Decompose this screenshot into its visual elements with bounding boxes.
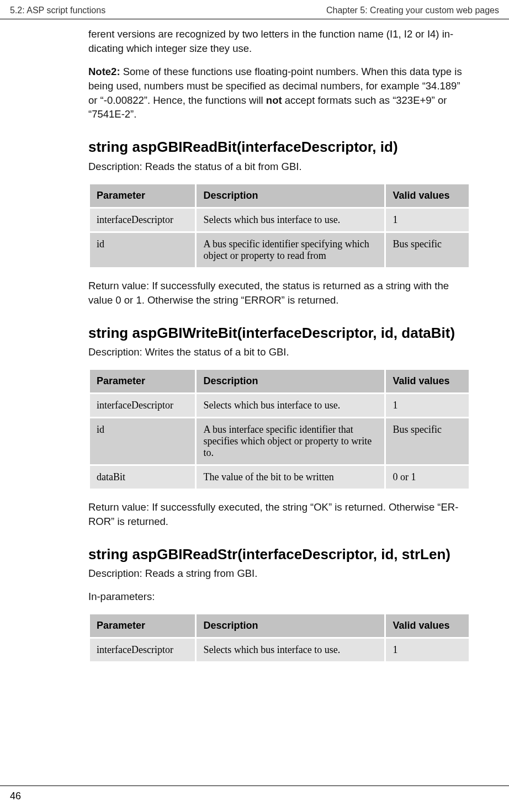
th-param: Parameter <box>90 184 195 207</box>
cell-valid: 1 <box>386 209 469 231</box>
header-right: Chapter 5: Creating your custom web page… <box>326 6 499 15</box>
intro-p1: ferent versions are recognized by two le… <box>88 27 470 56</box>
cell-param: interfaceDescriptor <box>90 209 195 231</box>
page-header: 5.2: ASP script functions Chapter 5: Cre… <box>0 0 509 19</box>
th-valid: Valid val­ues <box>386 184 469 207</box>
cell-desc: A bus interface specific identifier that… <box>197 418 384 464</box>
cell-valid: 1 <box>386 639 469 661</box>
func3-desc: Description: Reads a string from GBI. <box>88 566 470 581</box>
cell-param: id <box>90 418 195 464</box>
table-header-row: Parameter Description Valid val­ues <box>90 184 469 207</box>
table-row: interfaceDescriptor Selects which bus in… <box>90 639 469 661</box>
func3-table: Parameter Description Valid val­ues inte… <box>88 613 470 663</box>
cell-param: interfaceDescriptor <box>90 394 195 417</box>
note2-label: Note2: <box>88 66 120 77</box>
th-desc: Description <box>197 370 384 392</box>
func2-table: Parameter Description Valid val­ues inte… <box>88 368 470 490</box>
table-header-row: Parameter Description Valid val­ues <box>90 370 469 392</box>
th-desc: Description <box>197 614 384 637</box>
func3-title: string aspGBIReadStr(interfaceDescriptor… <box>88 545 470 564</box>
page-number: 46 <box>10 790 21 802</box>
func3-inparams: In-parameters: <box>88 590 470 604</box>
table-row: id A bus interface specific identifier t… <box>90 418 469 464</box>
th-valid: Valid val­ues <box>386 370 469 392</box>
table-row: interfaceDescriptor Selects which bus in… <box>90 209 469 231</box>
cell-param: id <box>90 233 195 267</box>
th-valid: Valid val­ues <box>386 614 469 637</box>
table-row: interfaceDescriptor Selects which bus in… <box>90 394 469 417</box>
table-row: id A bus specific identifier specifying … <box>90 233 469 267</box>
func2-desc: Description: Writes the status of a bit … <box>88 345 470 359</box>
cell-valid: Bus specific <box>386 233 469 267</box>
cell-desc: Selects which bus interface to use. <box>197 209 384 231</box>
func1-table: Parameter Description Valid val­ues inte… <box>88 183 470 269</box>
th-desc: Description <box>197 184 384 207</box>
cell-desc: A bus specific identifier specifying whi… <box>197 233 384 267</box>
cell-valid: 0 or 1 <box>386 466 469 489</box>
th-param: Parameter <box>90 614 195 637</box>
func2-return: Return value: If successfully executed, … <box>88 500 470 529</box>
cell-desc: The value of the bit to be written <box>197 466 384 489</box>
func1-return: Return value: If successfully executed, … <box>88 279 470 307</box>
note2-bold: not <box>266 94 282 106</box>
cell-param: dataBit <box>90 466 195 489</box>
page: 5.2: ASP script functions Chapter 5: Cre… <box>0 0 509 812</box>
table-header-row: Parameter Description Valid val­ues <box>90 614 469 637</box>
cell-desc: Selects which bus interface to use. <box>197 639 384 661</box>
intro-note2: Note2: Some of these functions use float… <box>88 65 470 122</box>
cell-param: interfaceDescriptor <box>90 639 195 661</box>
header-left: 5.2: ASP script functions <box>10 6 105 15</box>
th-param: Parameter <box>90 370 195 392</box>
content: ferent versions are recognized by two le… <box>0 19 509 663</box>
func2-title: string aspGBIWriteBit(interfaceDescripto… <box>88 324 470 342</box>
cell-valid: 1 <box>386 394 469 417</box>
page-footer: 46 <box>0 786 509 802</box>
func1-desc: Description: Reads the status of a bit f… <box>88 160 470 174</box>
table-row: dataBit The value of the bit to be writt… <box>90 466 469 489</box>
cell-desc: Selects which bus interface to use. <box>197 394 384 417</box>
func1-title: string aspGBIReadBit(interfaceDescriptor… <box>88 138 470 156</box>
cell-valid: Bus specific <box>386 418 469 464</box>
